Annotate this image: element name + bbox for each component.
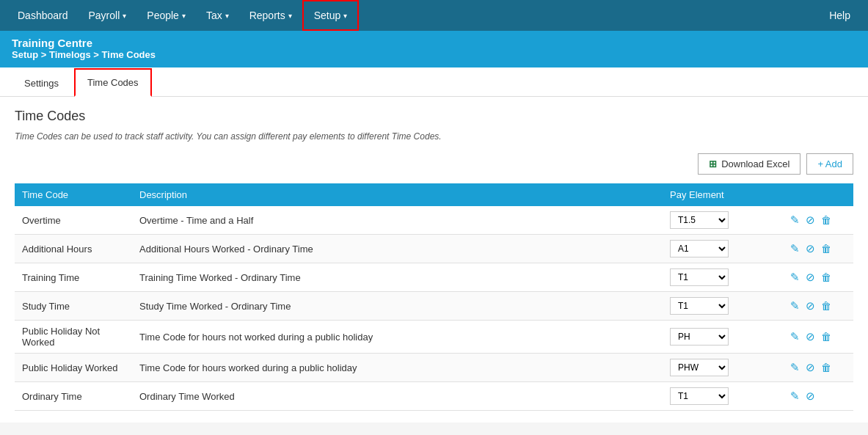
nav-tax[interactable]: Tax ▾ (196, 0, 239, 31)
tab-settings[interactable]: Settings (12, 70, 71, 97)
delete-button[interactable]: 🗑 (818, 212, 834, 227)
edit-icon: ✎ (790, 271, 800, 283)
edit-button[interactable]: ✎ (787, 241, 803, 257)
edit-icon: ✎ (790, 361, 800, 373)
table-row: Training TimeTraining Time Worked - Ordi… (15, 263, 853, 292)
trash-icon: 🗑 (821, 300, 831, 312)
delete-button[interactable]: 🗑 (818, 329, 834, 344)
trash-icon: 🗑 (821, 331, 831, 343)
edit-icon: ✎ (790, 242, 800, 255)
cell-description: Training Time Worked - Ordinary Time (132, 263, 663, 292)
ban-button[interactable]: ⊘ (803, 212, 818, 228)
tabs-bar: Settings Time Codes (0, 67, 868, 97)
payelement-select[interactable]: T1 (670, 297, 729, 315)
cell-description: Additional Hours Worked - Ordinary Time (132, 235, 663, 263)
table-row: Ordinary TimeOrdinary Time WorkedT1✎⊘ (15, 382, 853, 411)
toolbar: ⊞ Download Excel + Add (15, 153, 853, 175)
app-name: Training Centre (12, 37, 856, 49)
payelement-select[interactable]: T1.5 (670, 211, 729, 229)
table-row: Public Holiday Not WorkedTime Code for h… (15, 321, 853, 354)
page-title: Time Codes (15, 109, 853, 124)
nav-reports[interactable]: Reports ▾ (239, 0, 302, 31)
cell-payelement: T1 (663, 382, 780, 411)
cell-description: Time Code for hours worked during a publ… (132, 354, 663, 382)
excel-icon: ⊞ (709, 158, 717, 169)
cell-timecode: Study Time (15, 292, 132, 321)
tax-caret: ▾ (225, 12, 229, 20)
edit-icon: ✎ (790, 299, 800, 312)
ban-button[interactable]: ⊘ (803, 269, 818, 285)
ban-icon: ⊘ (806, 390, 815, 402)
nav-help[interactable]: Help (819, 10, 861, 21)
trash-icon: 🗑 (821, 362, 831, 373)
cell-description: Time Code for hours not worked during a … (132, 321, 663, 354)
download-excel-button[interactable]: ⊞ Download Excel (698, 153, 800, 175)
edit-button[interactable]: ✎ (787, 269, 803, 285)
table-row: Public Holiday WorkedTime Code for hours… (15, 354, 853, 382)
ban-button[interactable]: ⊘ (803, 359, 818, 376)
tab-time-codes[interactable]: Time Codes (74, 68, 152, 97)
breadcrumb: Setup > Timelogs > Time Codes (12, 49, 856, 60)
add-button[interactable]: + Add (806, 153, 853, 175)
cell-description: Overtime - Time and a Half (132, 206, 663, 235)
cell-payelement: T1.5 (663, 206, 780, 235)
cell-timecode: Training Time (15, 263, 132, 292)
delete-button[interactable]: 🗑 (818, 241, 834, 256)
cell-actions: ✎⊘🗑 (780, 292, 853, 321)
ban-button[interactable]: ⊘ (803, 388, 818, 404)
payelement-select[interactable]: PHW (670, 359, 729, 376)
cell-actions: ✎⊘🗑 (780, 206, 853, 235)
ban-icon: ⊘ (806, 330, 815, 343)
trash-icon: 🗑 (821, 214, 831, 226)
cell-payelement: PH (663, 321, 780, 354)
edit-button[interactable]: ✎ (787, 359, 803, 376)
edit-icon: ✎ (790, 390, 800, 402)
ban-icon: ⊘ (806, 299, 815, 312)
time-codes-table: Time Code Description Pay Element Overti… (15, 183, 853, 411)
ban-button[interactable]: ⊘ (803, 329, 818, 345)
edit-button[interactable]: ✎ (787, 388, 803, 404)
col-timecode: Time Code (15, 183, 132, 206)
cell-actions: ✎⊘🗑 (780, 263, 853, 292)
nav-people[interactable]: People ▾ (136, 0, 196, 31)
cell-actions: ✎⊘🗑 (780, 321, 853, 354)
edit-button[interactable]: ✎ (787, 329, 803, 345)
delete-button[interactable]: 🗑 (818, 298, 834, 313)
payelement-select[interactable]: T1 (670, 387, 729, 405)
cell-payelement: A1 (663, 235, 780, 263)
nav-items: Dashboard Payroll ▾ People ▾ Tax ▾ Repor… (7, 0, 819, 31)
nav-setup[interactable]: Setup ▾ (302, 0, 360, 31)
nav-dashboard[interactable]: Dashboard (7, 0, 79, 31)
cell-timecode: Ordinary Time (15, 382, 132, 411)
payelement-select[interactable]: A1 (670, 240, 729, 257)
ban-icon: ⊘ (806, 213, 815, 226)
table-row: OvertimeOvertime - Time and a HalfT1.5✎⊘… (15, 206, 853, 235)
cell-timecode: Public Holiday Worked (15, 354, 132, 382)
cell-timecode: Overtime (15, 206, 132, 235)
edit-button[interactable]: ✎ (787, 298, 803, 314)
nav-payroll[interactable]: Payroll ▾ (79, 0, 137, 31)
ban-button[interactable]: ⊘ (803, 241, 818, 257)
navbar: Dashboard Payroll ▾ People ▾ Tax ▾ Repor… (0, 0, 868, 31)
payelement-select[interactable]: T1 (670, 268, 729, 286)
edit-icon: ✎ (790, 330, 800, 343)
main-content: Time Codes Time Codes can be used to tra… (0, 97, 868, 423)
trash-icon: 🗑 (821, 243, 831, 255)
setup-caret: ▾ (343, 12, 347, 20)
col-actions (780, 183, 853, 206)
cell-actions: ✎⊘🗑 (780, 354, 853, 382)
cell-description: Study Time Worked - Ordinary Time (132, 292, 663, 321)
payelement-select[interactable]: PH (670, 328, 729, 346)
col-description: Description (132, 183, 663, 206)
people-caret: ▾ (182, 12, 186, 20)
delete-button[interactable]: 🗑 (818, 269, 834, 285)
edit-button[interactable]: ✎ (787, 212, 803, 228)
delete-button[interactable]: 🗑 (818, 359, 834, 375)
cell-timecode: Public Holiday Not Worked (15, 321, 132, 354)
col-payelement: Pay Element (663, 183, 780, 206)
cell-description: Ordinary Time Worked (132, 382, 663, 411)
ban-icon: ⊘ (806, 242, 815, 255)
ban-button[interactable]: ⊘ (803, 298, 818, 314)
edit-icon: ✎ (790, 213, 800, 226)
table-row: Study TimeStudy Time Worked - Ordinary T… (15, 292, 853, 321)
